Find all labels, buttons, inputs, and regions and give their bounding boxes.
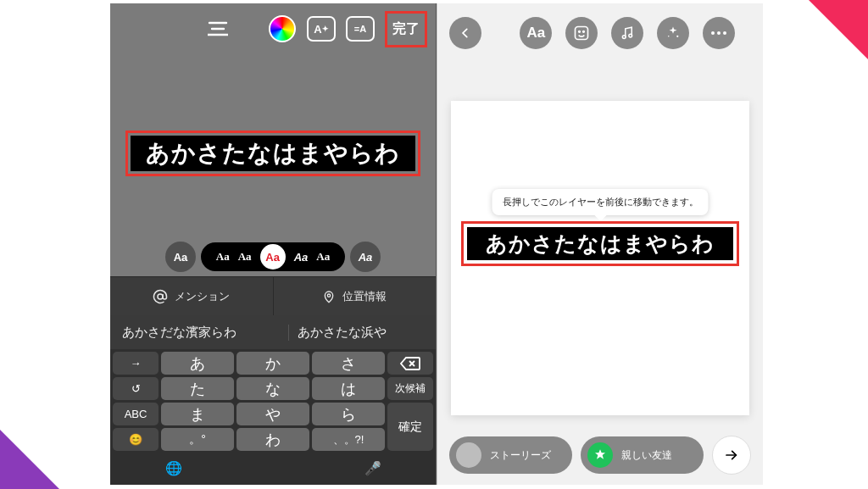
svg-point-9	[583, 31, 585, 33]
back-button[interactable]	[449, 17, 481, 49]
typed-text[interactable]: あかさたなはまやらわ	[131, 136, 415, 171]
key-na[interactable]: な	[236, 377, 309, 400]
text-effect-icon[interactable]: A✦	[307, 14, 336, 43]
effects-button[interactable]	[657, 17, 689, 49]
sticker-button[interactable]	[565, 17, 598, 49]
share-close-friends-label: 親しい友達	[621, 448, 672, 463]
key-ma[interactable]: ま	[161, 403, 234, 425]
music-button[interactable]	[611, 17, 643, 49]
placed-text-sticker[interactable]: あかさたなはまやらわ	[467, 227, 733, 260]
tutorial-slide: A✦ =A 完了 あかさたなはまやらわ Aa Aa Aa Aa Aa Aa Aa	[0, 0, 868, 489]
font-chip[interactable]: Aa	[216, 250, 230, 264]
share-bar: ストーリーズ 親しい友達	[449, 434, 751, 476]
done-button[interactable]: 完了	[389, 15, 423, 43]
decor-corner-tr	[809, 0, 868, 59]
key-wa[interactable]: わ	[236, 428, 309, 451]
key-next-candidate[interactable]: 次候補	[387, 377, 433, 400]
font-chip[interactable]: Aa	[350, 242, 381, 272]
decor-corner-bl	[0, 430, 59, 489]
font-chip[interactable]: Aa	[316, 250, 330, 264]
more-button[interactable]	[703, 17, 735, 49]
layer-tooltip: 長押しでこのレイヤーを前後に移動できます。	[492, 189, 709, 215]
story-toolbar: Aa	[437, 12, 763, 54]
font-chip-group: Aa Aa Aa Aa Aa	[201, 242, 345, 271]
svg-point-13	[668, 36, 670, 37]
key-ra[interactable]: ら	[312, 403, 385, 425]
ime-suggestion-bar[interactable]: あかさだな濱家らわ あかさたな浜や	[110, 315, 436, 349]
mention-button[interactable]: メンション	[110, 277, 274, 316]
svg-point-3	[158, 294, 163, 299]
share-stories-button[interactable]: ストーリーズ	[449, 436, 572, 474]
key-globe[interactable]: 🌐	[113, 453, 234, 482]
location-button[interactable]: 位置情報	[274, 277, 437, 316]
star-icon	[587, 442, 613, 468]
svg-point-4	[328, 294, 331, 297]
key-ha[interactable]: は	[312, 377, 385, 400]
text-animation-icon[interactable]: =A	[346, 14, 375, 43]
key-sa[interactable]: さ	[312, 352, 385, 375]
avatar-icon	[456, 442, 481, 468]
tag-bar: メンション 位置情報	[110, 276, 436, 316]
editor-toolbar: A✦ =A 完了	[110, 3, 436, 54]
suggestion-1[interactable]: あかさだな濱家らわ	[110, 325, 288, 341]
text-tool-button[interactable]: Aa	[520, 17, 552, 49]
key-emoji[interactable]: 😊	[113, 428, 159, 451]
key-punct[interactable]: 、。?!	[312, 428, 385, 451]
svg-point-16	[723, 31, 726, 35]
story-canvas[interactable]: 長押しでこのレイヤーを前後に移動できます。 あかさたなはまやらわ	[451, 101, 749, 415]
keyboard: → あ か さ ↺ た な は 次候補 ABC ま や ら 確定 😊 。° わ …	[110, 349, 436, 485]
font-chip-selected[interactable]: Aa	[260, 244, 286, 270]
mention-label: メンション	[175, 289, 230, 304]
svg-point-11	[629, 34, 632, 37]
font-chip[interactable]: Aa	[294, 251, 309, 264]
svg-point-15	[717, 31, 721, 35]
key-spacer	[236, 453, 309, 482]
phone-left-text-editor: A✦ =A 完了 あかさたなはまやらわ Aa Aa Aa Aa Aa Aa Aa	[110, 3, 437, 485]
svg-point-14	[711, 31, 715, 35]
phone-pair: A✦ =A 完了 あかさたなはまやらわ Aa Aa Aa Aa Aa Aa Aa	[110, 3, 763, 485]
key-ta[interactable]: た	[161, 377, 234, 400]
key-ya[interactable]: や	[236, 403, 309, 425]
location-label: 位置情報	[342, 289, 387, 304]
font-chip[interactable]: Aa	[238, 250, 252, 264]
key-symbols[interactable]: 。°	[161, 428, 234, 451]
key-mic[interactable]: 🎤	[312, 453, 433, 482]
svg-point-8	[579, 31, 581, 33]
key-shift-right[interactable]: →	[113, 352, 159, 375]
key-ka[interactable]: か	[236, 352, 309, 375]
highlight-typed-text: あかさたなはまやらわ	[125, 131, 420, 176]
key-a[interactable]: あ	[161, 352, 234, 375]
align-icon[interactable]	[203, 14, 232, 43]
svg-point-12	[676, 36, 678, 37]
share-close-friends-button[interactable]: 親しい友達	[581, 436, 704, 474]
font-style-carousel[interactable]: Aa Aa Aa Aa Aa Aa Aa	[110, 239, 436, 275]
svg-rect-7	[576, 27, 588, 40]
key-undo[interactable]: ↺	[113, 377, 159, 400]
svg-point-10	[623, 36, 626, 39]
color-picker-icon[interactable]	[268, 14, 297, 43]
font-chip[interactable]: Aa	[165, 242, 196, 272]
send-button[interactable]	[712, 436, 751, 475]
highlight-done: 完了	[385, 11, 427, 47]
phone-right-story-compose: Aa 長押しでこのレイヤーを前後に移動できます。	[437, 3, 763, 485]
suggestion-2[interactable]: あかさたな浜や	[288, 325, 436, 341]
key-confirm[interactable]: 確定	[387, 403, 433, 451]
key-backspace[interactable]	[387, 352, 433, 375]
share-stories-label: ストーリーズ	[490, 448, 551, 463]
key-abc[interactable]: ABC	[113, 403, 159, 425]
highlight-placed-text: あかさたなはまやらわ	[461, 221, 739, 266]
